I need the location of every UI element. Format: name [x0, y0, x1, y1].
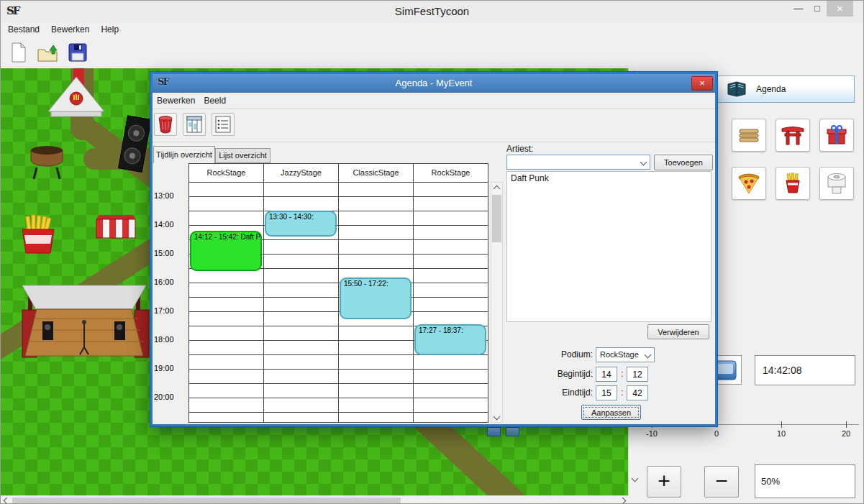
podium-label: Podium:	[527, 349, 593, 359]
axis-tick-label: -10	[641, 429, 663, 438]
artist-list[interactable]: Daft Punk	[506, 171, 711, 322]
axis-tick-label: 0	[706, 429, 727, 438]
maximize-button[interactable]: □	[808, 1, 827, 17]
list-view-icon	[214, 115, 232, 134]
dialog-titlebar: SF Agenda - MyEvent ×	[153, 74, 715, 93]
remove-artist-button[interactable]: Verwijderen	[647, 324, 709, 339]
item-pizza-button[interactable]	[732, 167, 766, 200]
save-icon	[68, 43, 87, 62]
scroll-up-arrow[interactable]	[491, 183, 502, 194]
time-separator: :	[619, 388, 625, 398]
map-horizontal-scrollbar[interactable]	[1, 495, 628, 504]
torii-gate-icon	[780, 123, 806, 147]
end-minute-input[interactable]	[627, 385, 648, 400]
scroll-left-arrow[interactable]	[1, 496, 12, 504]
menu-bar: BestandBewerkenHelp	[1, 22, 863, 37]
scrollbar-thumb[interactable]	[492, 195, 501, 242]
hud-button-icon[interactable]	[487, 427, 501, 436]
add-artist-button[interactable]: Toevoegen	[654, 155, 713, 170]
timeline-view-icon	[186, 115, 203, 134]
main-stage	[22, 285, 149, 357]
main-toolbar	[1, 37, 863, 68]
minimize-button[interactable]: —	[789, 1, 808, 17]
list-view-button[interactable]	[212, 113, 235, 136]
pizza-icon	[736, 171, 762, 196]
schedule-event[interactable]: 15:50 - 17:22:	[340, 278, 411, 319]
pallet-icon	[736, 123, 762, 147]
scroll-down-arrow[interactable]	[629, 472, 641, 484]
time-label: 13:00	[154, 191, 186, 200]
open-file-button[interactable]	[35, 40, 60, 65]
item-pallet-button[interactable]	[732, 119, 766, 152]
new-file-icon	[11, 42, 27, 63]
end-hour-input[interactable]	[596, 385, 617, 400]
dialog-menu-bar: BewerkenBeeld	[153, 93, 715, 109]
schedule-scrollbar[interactable]	[491, 182, 503, 423]
axis-tick-label: 10	[770, 429, 792, 438]
item-toilet-paper-button[interactable]	[819, 167, 854, 200]
map-hud-buttons[interactable]	[487, 426, 522, 439]
schedule-event[interactable]: 17:27 - 18:37:	[414, 324, 486, 355]
schedule-grid[interactable]: 14:12 - 15:42: Daft Punk13:30 - 14:30: 1…	[188, 182, 488, 423]
dialog-menu-beeld[interactable]: Beeld	[204, 93, 226, 109]
scroll-right-arrow[interactable]	[617, 496, 628, 504]
begin-hour-input[interactable]	[596, 367, 617, 382]
podium-combobox-value: RockStage	[600, 348, 639, 362]
chevron-down-icon	[641, 160, 646, 165]
agenda-button-label: Agenda	[756, 84, 786, 94]
event-label: 15:50 - 17:22:	[341, 279, 410, 288]
close-button[interactable]: ×	[827, 1, 853, 17]
column-header: ClassicStage	[339, 164, 414, 182]
menu-help[interactable]: Help	[101, 22, 119, 37]
column-header: JazzyStage	[264, 164, 339, 182]
begin-time-label: Begintijd:	[527, 369, 593, 379]
fries-icon	[780, 171, 806, 196]
agenda-button[interactable]: Agenda	[717, 75, 855, 103]
chevron-down-icon	[645, 352, 650, 357]
menu-bewerken[interactable]: Bewerken	[51, 22, 89, 37]
event-label: 14:12 - 15:42: Daft Punk	[191, 232, 260, 242]
column-header: RockStage	[189, 164, 264, 182]
zoom-out-button[interactable]: −	[704, 466, 739, 498]
end-time-label: Eindtijd:	[527, 388, 593, 398]
schedule-column-headers: RockStageJazzyStageClassicStageRockStage	[188, 163, 488, 182]
timeline-view-button[interactable]	[183, 113, 206, 136]
axis-tick	[781, 421, 782, 428]
item-fries-button[interactable]	[776, 167, 810, 200]
new-file-button[interactable]	[6, 40, 31, 65]
time-separator: :	[619, 369, 625, 379]
tab-timeline[interactable]: Tijdlijn overzicht	[153, 146, 215, 163]
menu-bestand[interactable]: Bestand	[8, 22, 40, 37]
zoom-in-button[interactable]: +	[647, 466, 681, 498]
scrollbar-corner	[628, 495, 640, 504]
time-label: 15:00	[154, 249, 186, 257]
scroll-down-arrow[interactable]	[491, 411, 502, 422]
app-window: SF SimFestTycoon — □ × BestandBewerkenHe…	[0, 0, 864, 504]
begin-minute-input[interactable]	[627, 367, 648, 382]
podium-combobox[interactable]: RockStage	[596, 347, 655, 362]
dialog-toolbar	[153, 110, 715, 142]
window-controls: — □ ×	[789, 1, 853, 17]
time-label: 20:00	[154, 393, 186, 401]
item-gate-button[interactable]	[776, 119, 810, 152]
schedule-event[interactable]: 13:30 - 14:30:	[265, 211, 337, 237]
dialog-menu-bewerken[interactable]: Bewerken	[157, 93, 195, 109]
apply-button[interactable]: Aanpassen	[581, 405, 641, 420]
dialog-close-button[interactable]: ×	[691, 76, 713, 91]
hud-button-icon[interactable]	[506, 427, 519, 436]
open-file-icon	[37, 43, 58, 63]
time-label: 19:00	[154, 364, 186, 372]
dialog-title: Agenda - MyEvent	[153, 74, 715, 93]
item-gift-button[interactable]	[819, 119, 854, 152]
time-label: 14:00	[154, 220, 186, 229]
save-button[interactable]	[65, 40, 90, 65]
scrollbar-thumb[interactable]	[12, 498, 401, 504]
delete-tool-button[interactable]	[154, 113, 177, 136]
fries-stand	[22, 215, 54, 253]
schedule-event[interactable]: 14:12 - 15:42: Daft Punk	[190, 231, 262, 271]
zoom-value: 50%	[755, 464, 855, 498]
tab-list[interactable]: Lijst overzicht	[215, 148, 270, 163]
artist-combobox[interactable]	[506, 155, 650, 170]
striped-tent	[96, 215, 135, 238]
artist-list-item[interactable]: Daft Punk	[507, 172, 711, 185]
